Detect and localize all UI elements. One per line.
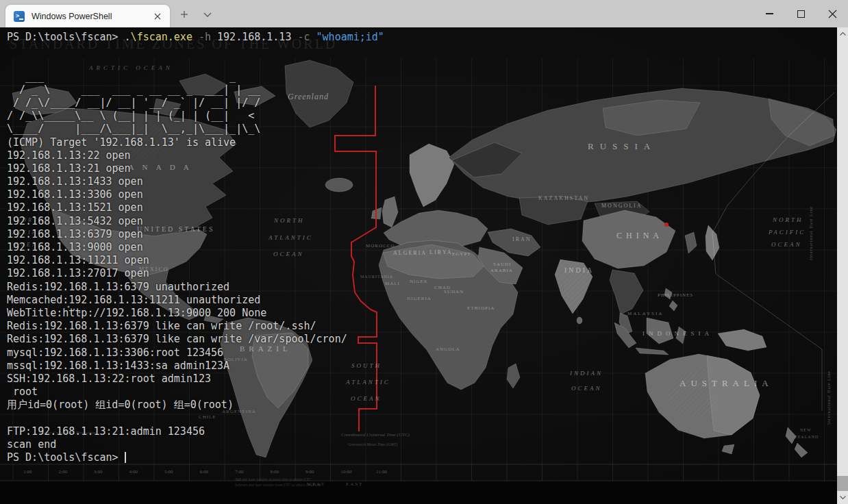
maximize-button[interactable] — [785, 0, 816, 27]
map-label: INDIAN — [569, 370, 603, 377]
terminal-blank-line — [7, 57, 384, 70]
scrollbar-chevron-up-icon — [840, 32, 846, 36]
scan-output-line: Memcached:192.168.1.13:11211 unauthorize… — [7, 294, 384, 307]
map-label: Add one hour number to zonal time to obt… — [234, 477, 311, 481]
chevron-down-icon — [203, 12, 212, 17]
window-controls — [753, 0, 848, 27]
terminal-text: PS D:\tools\fscan> .\fscan.exe -h 192.16… — [7, 31, 384, 464]
fscan-banner-line: / /_\\_____\__ \ (__| | | (_| | (__| < — [7, 110, 384, 123]
map-red-city-dot — [664, 223, 669, 227]
prompt-text: PS D:\tools\fscan> — [7, 451, 125, 464]
new-tab-button[interactable] — [174, 5, 195, 23]
scan-output-line: Redis:192.168.1.13:6379 like can write /… — [7, 320, 384, 333]
terminal-viewport[interactable]: STANDARD TIME ZONES OF THE WORLDARCTIC O… — [0, 27, 837, 504]
scan-output-line: 192.168.1.13:21 open — [7, 162, 384, 175]
map-label: International Date Line — [809, 206, 813, 260]
close-icon — [828, 10, 837, 18]
map-hour-label: 9:00 — [305, 469, 314, 475]
scan-output-line: Redis:192.168.1.13:6379 like can write /… — [7, 333, 384, 346]
map-hour-label: 5:00 — [164, 469, 173, 475]
scan-output-line: 192.168.1.13:1433 open — [7, 175, 384, 188]
tab-dropdown-button[interactable] — [197, 5, 218, 23]
scrollbar[interactable] — [837, 27, 848, 504]
map-label: PHILIPPINES — [658, 292, 693, 298]
command-segment-string: "whoami;id" — [316, 31, 384, 43]
tab-close-button[interactable] — [149, 8, 166, 25]
scrollbar-chevron-down-icon — [840, 496, 846, 499]
fscan-banner-line: / _ \ ___ ___ _ __ __ _ ___| | __ — [7, 84, 384, 97]
scan-output-line: 192.168.1.13:9000 open — [7, 241, 384, 254]
map-label: EAST — [346, 481, 364, 487]
minimize-icon — [766, 13, 773, 14]
command-segment-terminal_text: PS D:\tools\fscan> — [7, 31, 125, 43]
map-label: NORTH — [772, 216, 803, 223]
map-label: NEW — [800, 428, 812, 432]
map-hour-label: 11:00 — [376, 469, 387, 475]
scan-output-line: 192.168.1.13:3306 open — [7, 188, 384, 201]
map-label: OCEAN — [571, 385, 602, 392]
tab-windows-powershell[interactable]: > Windows PowerShell — [5, 5, 170, 27]
powershell-icon: > — [14, 11, 25, 22]
map-label: SAUDI — [493, 262, 511, 267]
scan-output-line: 192.168.1.13:5432 open — [7, 215, 384, 228]
tab-title: Windows PowerShell — [32, 12, 149, 21]
map-label: EGYPT — [452, 251, 471, 257]
terminal-command-line: PS D:\tools\fscan> .\fscan.exe -h 192.16… — [7, 31, 384, 44]
map-label: NIGER — [410, 279, 427, 284]
map-label: KAZAKHSTAN — [538, 195, 589, 201]
map-hour-label: 7:00 — [235, 469, 244, 475]
command-segment-terminal_text — [192, 31, 199, 43]
map-hour-label: 1:00 — [23, 469, 32, 475]
map-label: WEST — [307, 481, 325, 487]
close-icon — [154, 13, 161, 20]
map-hour-label: 4:00 — [129, 469, 138, 475]
minimize-button[interactable] — [753, 0, 785, 27]
map-label: ANGOLA — [436, 346, 460, 352]
scan-output-line: 192.168.1.13:1521 open — [7, 201, 384, 214]
terminal-window: STANDARD TIME ZONES OF THE WORLDARCTIC O… — [0, 0, 848, 504]
map-label: ETHIOPIA — [467, 305, 495, 311]
scrollbar-down-button[interactable] — [837, 492, 848, 503]
scan-output-line: 192.168.1.13:22 open — [7, 149, 384, 162]
text-cursor — [125, 452, 126, 463]
scan-output-line: SSH:192.168.1.13:22:root admin123 — [7, 373, 384, 386]
scan-output-line: WebTitle:http://192.168.1.13:9000 200 No… — [7, 307, 384, 320]
terminal-blank-line — [7, 412, 384, 425]
close-button[interactable] — [816, 0, 848, 27]
plus-icon — [180, 10, 188, 18]
map-label: SUDAN — [444, 289, 464, 294]
fscan-banner-line: \____/ |___/\___|_| \__,_|\___|_|\_\ — [7, 123, 384, 136]
map-hour-label: 6:00 — [200, 469, 209, 475]
scan-output-line: 用户id=0(root) 组id=0(root) 组=0(root) — [7, 399, 384, 412]
map-label: MALI — [385, 281, 400, 286]
maximize-icon — [797, 10, 805, 18]
map-label: ARABIA — [490, 268, 513, 273]
map-label: RUSSIA — [588, 141, 656, 151]
map-hour-label: 8:00 — [271, 469, 279, 475]
terminal-prompt-line: PS D:\tools\fscan> — [7, 451, 384, 464]
command-segment-parameter: -h — [199, 31, 211, 43]
scan-output-line: scan end — [7, 438, 384, 451]
scan-output-line: (ICMP) Target '192.168.1.13' is alive — [7, 136, 384, 149]
scan-output-line: 192.168.1.13:6379 open — [7, 228, 384, 241]
titlebar[interactable]: > Windows PowerShell — [0, 0, 848, 27]
fscan-banner-line: ___ _ — [7, 71, 384, 84]
scrollbar-up-button[interactable] — [837, 29, 848, 39]
command-segment-terminal_text — [310, 31, 316, 43]
scan-output-line: Redis:192.168.1.13:6379 unauthorized — [7, 281, 384, 294]
command-segment-terminal_text: 192.168.1.13 — [211, 31, 297, 43]
map-label: IRAN — [512, 236, 532, 242]
scan-output-line: root — [7, 386, 384, 399]
map-label: ALGERIA — [393, 250, 427, 256]
scan-output-line: 192.168.1.13:27017 open — [7, 267, 384, 280]
terminal-blank-line — [7, 44, 384, 57]
map-label: MALAYSIA — [627, 311, 663, 316]
map-label: INDONESIA — [643, 330, 713, 337]
map-hour-label: 10:00 — [341, 469, 352, 475]
map-hour-label: 2:00 — [59, 469, 68, 475]
map-label: OCEAN — [771, 241, 802, 248]
fscan-banner-line: / /_\/____/ __|/ __| '__/ _` |/ __| |/ / — [7, 97, 384, 110]
scrollbar-thumb[interactable] — [837, 476, 848, 491]
map-label: CHINA — [616, 231, 663, 240]
map-label: ZEALAND — [795, 435, 819, 439]
